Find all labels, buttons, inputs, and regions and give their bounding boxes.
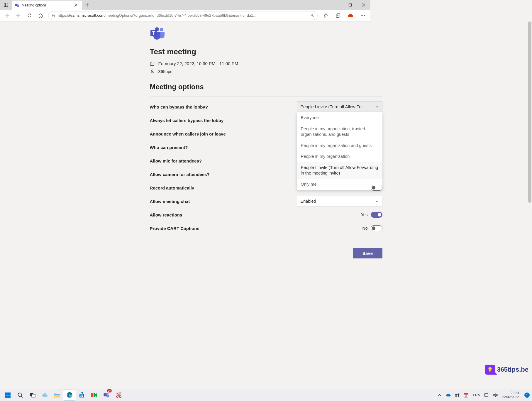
nav-back-button[interactable] [2, 11, 12, 20]
dd-item[interactable]: People in my organization [297, 151, 371, 162]
svg-point-11 [362, 15, 363, 16]
option-label: Provide CART Captions [150, 226, 199, 231]
window-titlebar: T Meeting options [0, 0, 370, 10]
more-icon[interactable] [357, 11, 369, 20]
person-icon [150, 69, 155, 74]
lock-icon [51, 13, 55, 18]
toggle-state: Yes [361, 212, 368, 217]
svg-point-10 [361, 15, 362, 16]
tab-title: Meeting options [22, 3, 71, 7]
option-chat: Allow meeting chat Enabled [150, 194, 371, 208]
teams-favicon-icon: T [15, 3, 19, 8]
page-viewport: T Test meeting February 22, 2022, 10:30 … [0, 21, 370, 279]
nav-home-button[interactable] [35, 11, 46, 20]
option-label: Announce when callers join or leave [150, 131, 226, 136]
meeting-datetime: February 22, 2022, 10:30 PM - 11:00 PM [158, 61, 238, 66]
svg-point-12 [364, 15, 365, 16]
option-label: Always let callers bypass the lobby [150, 118, 224, 123]
meeting-organizer-row: 365tips [150, 69, 371, 74]
nav-forward-button[interactable] [13, 11, 23, 20]
option-label: Allow reactions [150, 212, 182, 217]
svg-rect-17 [150, 62, 154, 65]
option-reactions: Allow reactions Yes [150, 208, 371, 221]
svg-rect-6 [349, 4, 352, 6]
dd-item[interactable]: People I invite (Turn off Allow Forwardi… [297, 162, 371, 179]
dd-item[interactable]: People in my organization, trusted organ… [297, 123, 371, 140]
profile-sync-icon[interactable] [345, 11, 356, 20]
option-label: Who can present? [150, 145, 188, 150]
svg-point-4 [17, 4, 18, 5]
section-title: Meeting options [150, 83, 371, 97]
option-label: Allow meeting chat [150, 199, 190, 204]
option-bypass-lobby: Who can bypass the lobby? People I invit… [150, 100, 371, 114]
page-content: T Test meeting February 22, 2022, 10:30 … [150, 21, 371, 242]
url-text: https://teams.microsoft.com/meetingOptio… [58, 13, 307, 18]
bypass-lobby-dropdown: Everyone People in my organization, trus… [297, 112, 371, 190]
option-label: Allow camera for attendees? [150, 172, 210, 177]
svg-rect-0 [4, 3, 8, 6]
dd-item[interactable]: People in my organization and guests [297, 140, 371, 151]
dd-item[interactable]: Only me [297, 179, 371, 190]
collections-icon[interactable] [332, 11, 344, 20]
browser-toolbar: https://teams.microsoft.com/meetingOptio… [0, 10, 370, 21]
teams-logo-icon: T [150, 27, 165, 38]
calendar-icon [150, 61, 155, 66]
option-label: Who can bypass the lobby? [150, 104, 208, 109]
window-minimize-button[interactable] [330, 0, 343, 10]
page-settings-icon[interactable] [309, 13, 314, 18]
window-maximize-button[interactable] [343, 0, 357, 10]
svg-rect-7 [52, 15, 55, 17]
tab-close-icon[interactable] [73, 3, 79, 7]
favorites-icon[interactable] [320, 11, 332, 20]
new-tab-button[interactable] [82, 0, 92, 10]
meeting-title: Test meeting [150, 47, 371, 56]
svg-point-21 [151, 70, 153, 72]
meeting-datetime-row: February 22, 2022, 10:30 PM - 11:00 PM [150, 61, 371, 66]
option-label: Allow mic for attendees? [150, 158, 202, 163]
dd-item[interactable]: Everyone [297, 112, 371, 123]
browser-tab[interactable]: T Meeting options [12, 1, 82, 10]
window-close-button[interactable] [357, 0, 370, 10]
nav-refresh-button[interactable] [24, 11, 35, 20]
toggle-state: No [362, 226, 368, 231]
option-cart: Provide CART Captions No [150, 221, 371, 235]
save-button[interactable]: Save [353, 248, 371, 258]
meeting-organizer: 365tips [158, 69, 172, 74]
chat-select[interactable]: Enabled [297, 196, 371, 207]
bypass-lobby-select[interactable]: People I invite (Turn off Allow For... [297, 101, 371, 112]
tab-actions-icon[interactable] [0, 0, 12, 10]
svg-point-13 [160, 28, 163, 31]
option-label: Record automatically [150, 185, 194, 190]
svg-text:T: T [152, 31, 155, 36]
address-bar[interactable]: https://teams.microsoft.com/meetingOptio… [48, 11, 318, 20]
